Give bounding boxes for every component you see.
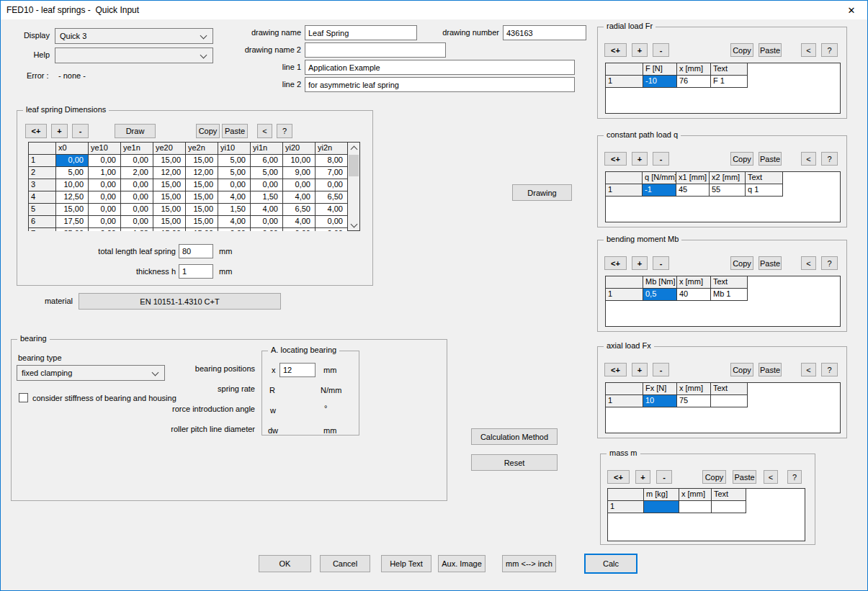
panel-back-button[interactable]: <	[764, 470, 778, 484]
ok-button[interactable]: OK	[259, 555, 311, 572]
cell[interactable]	[679, 501, 712, 513]
cell[interactable]: 0,00	[283, 228, 316, 231]
drawing-name-input[interactable]	[305, 25, 417, 40]
cell[interactable]: 45	[676, 184, 710, 197]
mm-inch-button[interactable]: mm <--> inch	[502, 555, 556, 572]
panel-back-button[interactable]: <	[801, 43, 816, 57]
row-number[interactable]: 5	[29, 204, 56, 216]
panel-paste-button[interactable]: Paste	[759, 256, 782, 270]
display-select[interactable]: Quick 3	[55, 28, 213, 44]
cell[interactable]: 1,00	[89, 167, 121, 179]
panel-back-button[interactable]: <	[801, 363, 816, 376]
panel-add-button[interactable]: +	[635, 470, 650, 484]
cell[interactable]: 0,00	[89, 216, 121, 228]
cell[interactable]: 5,00	[251, 167, 283, 179]
cell[interactable]: 10,00	[56, 179, 89, 191]
cell[interactable]: F 1	[711, 76, 748, 88]
panel-help-button[interactable]: ?	[821, 363, 838, 376]
cell[interactable]: 10	[643, 395, 677, 407]
cell[interactable]: 1,33	[121, 228, 153, 231]
cell[interactable]: 0,00	[218, 228, 251, 231]
cell[interactable]: 6,50	[316, 191, 348, 204]
cell[interactable]: 8,00	[316, 155, 348, 167]
panel-back-button[interactable]: <	[801, 152, 816, 166]
cell[interactable]: 5,00	[218, 155, 251, 167]
cell[interactable]: 1,50	[251, 191, 283, 204]
drawing-button[interactable]: Drawing	[512, 184, 572, 201]
cell[interactable]: 0,00	[121, 191, 153, 204]
panel-remove-button[interactable]: -	[653, 152, 669, 166]
cell[interactable]: 0,00	[121, 216, 153, 228]
panel-back-button[interactable]: <	[801, 256, 816, 270]
cell[interactable]: 15,00	[186, 155, 218, 167]
cell[interactable]: 12,00	[153, 167, 186, 179]
row-number[interactable]: 1	[606, 76, 643, 88]
cell[interactable]: 15,00	[186, 216, 218, 228]
cell[interactable]: 0,00	[283, 179, 316, 191]
cell[interactable]: 0,00	[56, 155, 89, 167]
thickness-input[interactable]	[179, 264, 213, 279]
bearing-x-input[interactable]	[279, 363, 316, 377]
dims-add-first-button[interactable]: <+	[25, 124, 47, 138]
panel-add-button[interactable]: +	[632, 363, 648, 376]
panel-paste-button[interactable]: Paste	[759, 363, 782, 376]
panel-remove-button[interactable]: -	[653, 363, 669, 376]
row-number[interactable]: 1	[606, 395, 643, 407]
cell[interactable]: 9,00	[283, 167, 316, 179]
row-number[interactable]: 2	[29, 167, 56, 179]
cell[interactable]: 15,00	[186, 191, 218, 204]
help-text-button[interactable]: Help Text	[381, 555, 431, 572]
cell[interactable]: 0,00	[316, 216, 348, 228]
dims-back-button[interactable]: <	[257, 124, 272, 138]
cell[interactable]: 17,50	[56, 216, 89, 228]
cancel-button[interactable]: Cancel	[320, 555, 370, 572]
cell[interactable]: 1,50	[218, 204, 251, 216]
panel-remove-button[interactable]: -	[653, 256, 669, 270]
cell[interactable]: 4,00	[316, 204, 348, 216]
cell[interactable]: 15,00	[153, 204, 186, 216]
cell[interactable]: 0,00	[316, 228, 348, 231]
close-button[interactable]: ✕	[836, 1, 867, 19]
cell[interactable]	[712, 501, 746, 513]
cell[interactable]: 4,00	[251, 204, 283, 216]
scrollbar-down-button[interactable]	[348, 218, 359, 230]
cell[interactable]: 0,00	[89, 155, 121, 167]
dims-remove-button[interactable]: -	[72, 124, 89, 138]
cell[interactable]: 40	[677, 289, 711, 301]
panel-help-button[interactable]: ?	[821, 152, 838, 166]
panel-paste-button[interactable]: Paste	[733, 470, 756, 484]
panel-add-first-button[interactable]: <+	[604, 256, 627, 270]
cell[interactable]: 4,00	[283, 216, 316, 228]
aux-image-button[interactable]: Aux. Image	[438, 555, 486, 572]
cell[interactable]: 55	[710, 184, 746, 197]
dims-help-button[interactable]: ?	[277, 124, 292, 138]
panel-copy-button[interactable]: Copy	[702, 470, 726, 484]
cell[interactable]: 15,00	[153, 155, 186, 167]
cell[interactable]: 0,00	[218, 179, 251, 191]
cell[interactable]: 10,00	[283, 155, 316, 167]
drawing-name2-input[interactable]	[305, 42, 446, 58]
cell[interactable]: 0,00	[251, 179, 283, 191]
cell[interactable]	[711, 395, 748, 407]
line2-input[interactable]	[305, 77, 575, 92]
cell[interactable]: 7,00	[316, 167, 348, 179]
cell[interactable]: 0,00	[121, 155, 153, 167]
drawing-number-input[interactable]	[503, 25, 586, 40]
cell[interactable]: 5,00	[56, 167, 89, 179]
cell[interactable]: 15,00	[186, 228, 218, 231]
cell[interactable]: 2,00	[121, 167, 153, 179]
panel-add-first-button[interactable]: <+	[604, 152, 627, 166]
cell[interactable]: 0,00	[89, 228, 121, 231]
dims-draw-button[interactable]: Draw	[115, 124, 156, 138]
panel-paste-button[interactable]: Paste	[759, 43, 782, 57]
cell[interactable]: 0,00	[121, 204, 153, 216]
row-number[interactable]: 1	[606, 184, 643, 197]
cell[interactable]: 0,00	[89, 191, 121, 204]
cell[interactable]: 15,00	[153, 216, 186, 228]
cell[interactable]: 0,5	[643, 289, 677, 301]
cell[interactable]: 12,50	[56, 191, 89, 204]
cell[interactable]: Mb 1	[711, 289, 748, 301]
panel-help-button[interactable]: ?	[787, 470, 802, 484]
panel-remove-button[interactable]: -	[653, 43, 669, 57]
dimensions-table-scrollbar[interactable]	[348, 142, 360, 231]
